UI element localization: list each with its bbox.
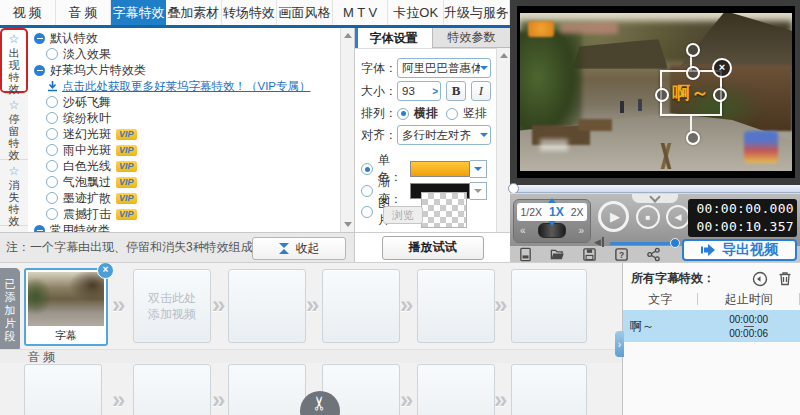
scroll-down-icon[interactable]: [344, 222, 352, 227]
open-folder-button[interactable]: [548, 246, 566, 262]
export-video-button[interactable]: 导出视频: [682, 239, 797, 261]
clip-label: 字幕: [26, 328, 106, 343]
stop-button[interactable]: ■: [636, 205, 660, 229]
added-clips-tab[interactable]: 已添加片段: [0, 268, 20, 352]
size-input[interactable]: 93 >: [397, 81, 441, 101]
get-more-effects-link[interactable]: 点击此处获取更多好莱坞字幕特效！（VIP专属）: [28, 78, 354, 94]
help-button[interactable]: ?: [612, 246, 630, 262]
export-icon: [701, 243, 717, 257]
radio-icon[interactable]: [46, 208, 58, 220]
font-panel-scrollbar[interactable]: [496, 48, 510, 262]
speed-marker-icon: [548, 221, 556, 226]
radio-icon[interactable]: [46, 128, 58, 140]
subtitle-row[interactable]: 啊～ 00:00:00 00:00:06: [623, 310, 800, 342]
radio-icon[interactable]: [46, 144, 58, 156]
menu-subtitle-effects[interactable]: 字幕特效: [111, 0, 166, 25]
menu-mtv[interactable]: M T V: [333, 0, 389, 25]
trash-icon[interactable]: [778, 271, 792, 286]
gradient-color-dropdown[interactable]: [470, 182, 487, 200]
radio-icon[interactable]: [46, 112, 58, 124]
rewind-icon[interactable]: «: [520, 225, 526, 236]
effect-item[interactable]: 气泡飘过 VIP: [28, 174, 354, 190]
save-button[interactable]: [580, 246, 598, 262]
bold-button[interactable]: B: [446, 81, 466, 101]
collapse-group-icon[interactable]: [34, 225, 45, 233]
horizontal-label: 横排: [414, 105, 438, 122]
tv-text-watermark: [560, 23, 618, 34]
chevron-down-icon: [480, 133, 488, 141]
collapse-group-icon[interactable]: [34, 33, 45, 44]
effect-item[interactable]: 缤纷秋叶: [28, 110, 354, 126]
font-select[interactable]: 阿里巴巴普惠体 M: [397, 58, 491, 78]
effect-item[interactable]: 雨中光斑 VIP: [28, 142, 354, 158]
expand-icon: ›: [618, 339, 621, 350]
undo-icon[interactable]: [752, 271, 768, 287]
top-handle[interactable]: [686, 66, 700, 80]
speed-2x-option[interactable]: 2X: [571, 206, 584, 218]
tab-disappear-effect[interactable]: ☆ 消失特效: [0, 160, 28, 226]
left-handle[interactable]: [655, 88, 669, 102]
speed-1x-option[interactable]: 1X: [549, 205, 564, 219]
radio-icon[interactable]: [46, 96, 58, 108]
tab-effect-params[interactable]: 特效参数: [432, 28, 510, 48]
align-select[interactable]: 多行时左对齐: [397, 125, 491, 145]
tab-font-settings[interactable]: 字体设置: [355, 28, 432, 48]
rotate-handle[interactable]: [686, 43, 700, 57]
effect-group-common[interactable]: 常用特效类: [28, 222, 354, 232]
font-settings-panel: 字体设置 特效参数 字体： 阿里巴巴普惠体 M 大小： 93 > B I: [355, 28, 510, 262]
collapse-player-notch[interactable]: [632, 194, 678, 203]
effect-item[interactable]: 迷幻光斑 VIP: [28, 126, 354, 142]
placeholder-text: 双击此处添加视频: [146, 290, 198, 322]
subtitle-selection-box[interactable]: 啊～ ×: [660, 70, 722, 116]
radio-icon[interactable]: [46, 48, 58, 60]
menu-picture-style[interactable]: 画面风格: [277, 0, 333, 25]
add-video-placeholder-cell[interactable]: 双击此处添加视频: [133, 269, 211, 343]
subtitle-clip-cell[interactable]: 字幕 ×: [24, 268, 108, 346]
spinner-icon[interactable]: >: [432, 86, 438, 97]
collapse-group-icon[interactable]: [34, 65, 45, 76]
scroll-up-icon[interactable]: [344, 33, 352, 38]
radio-vertical[interactable]: [446, 108, 458, 120]
menu-transitions[interactable]: 转场特效: [222, 0, 278, 25]
collapse-button[interactable]: 收起: [252, 237, 346, 260]
tab-stay-effect[interactable]: ☆ 停留特效: [0, 94, 28, 160]
subtitle-overlay-text[interactable]: 啊～: [672, 81, 710, 105]
effect-group-label: 好莱坞大片特效类: [50, 62, 146, 79]
italic-button[interactable]: I: [471, 81, 491, 101]
menu-karaoke[interactable]: 卡拉OK: [388, 0, 444, 25]
bottom-handle[interactable]: [686, 131, 700, 145]
chevron-double-icon: »: [212, 291, 225, 319]
menu-video[interactable]: 视 频: [0, 0, 56, 25]
effect-item[interactable]: 震撼打击 VIP: [28, 206, 354, 222]
forward-icon[interactable]: »: [578, 225, 584, 236]
effect-item-fade[interactable]: 淡入效果: [28, 46, 354, 62]
time-current: 00:00:00.000: [688, 200, 794, 218]
close-icon[interactable]: ×: [97, 262, 114, 279]
play-button[interactable]: ▶: [598, 201, 629, 232]
effects-scrollbar[interactable]: [340, 28, 354, 232]
scroll-up-icon[interactable]: [500, 53, 508, 58]
radio-icon[interactable]: [46, 160, 58, 172]
radio-image-fill[interactable]: [361, 206, 373, 218]
panel-expand-handle[interactable]: ›: [615, 331, 624, 357]
effect-item[interactable]: 墨迹扩散 VIP: [28, 190, 354, 206]
effect-item[interactable]: 白色光线 VIP: [28, 158, 354, 174]
effect-group-hollywood[interactable]: 好莱坞大片特效类: [28, 62, 354, 78]
share-button[interactable]: [644, 246, 662, 262]
menu-overlay-material[interactable]: 叠加素材: [166, 0, 222, 25]
close-icon[interactable]: ×: [712, 58, 732, 78]
play-test-button[interactable]: 播放试试: [382, 236, 484, 260]
effect-item[interactable]: 沙砾飞舞: [28, 94, 354, 110]
step-back-button[interactable]: ◀: [666, 205, 690, 229]
menu-audio[interactable]: 音 频: [56, 0, 112, 25]
radio-icon[interactable]: [46, 176, 58, 188]
new-project-button[interactable]: [516, 246, 534, 262]
radio-horizontal[interactable]: [397, 108, 409, 120]
right-handle[interactable]: [713, 88, 727, 102]
effect-group-default[interactable]: 默认特效: [28, 30, 354, 46]
browse-button[interactable]: 浏览: [383, 206, 423, 224]
speed-half-option[interactable]: 1/2X: [520, 206, 542, 218]
radio-icon[interactable]: [46, 192, 58, 204]
tab-appear-effect[interactable]: ☆ 出现特效: [0, 28, 28, 94]
menu-upgrade[interactable]: 升级与服务: [444, 0, 510, 25]
